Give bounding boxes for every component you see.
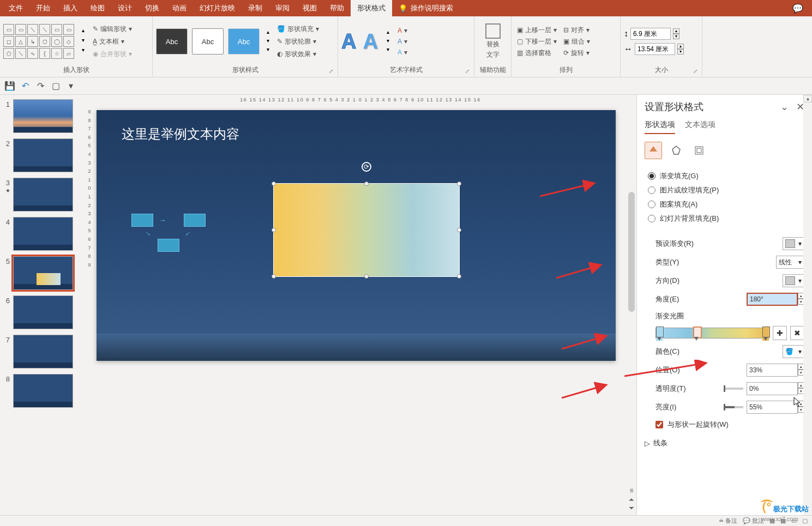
pane-options-icon[interactable]: ⌄: [780, 101, 789, 113]
transparency-slider[interactable]: [724, 388, 743, 390]
height-down[interactable]: ▾: [673, 34, 679, 39]
tab-home[interactable]: 开始: [29, 0, 57, 16]
qat-customize[interactable]: ▾: [65, 81, 76, 92]
brightness-slider[interactable]: [724, 406, 743, 408]
size-launcher-icon[interactable]: ⤢: [693, 68, 700, 75]
alt-text-button[interactable]: 替换 文字: [482, 23, 504, 59]
text-box-button[interactable]: A̲文本框 ▾: [89, 36, 135, 47]
wordart-gallery[interactable]: A A ▴▾▾: [341, 29, 392, 54]
undo-button[interactable]: ↶: [20, 81, 31, 92]
group-button[interactable]: ▣组合 ▾: [561, 37, 592, 47]
shape-effects-button[interactable]: ◐形状效果 ▾: [274, 49, 322, 60]
shape-outline-button[interactable]: ✎形状轮廓 ▾: [274, 36, 322, 47]
thumb-num-8: 8: [2, 374, 10, 408]
redo-button[interactable]: ↷: [35, 81, 46, 92]
shape-fill-button[interactable]: 🪣形状填充 ▾: [274, 23, 322, 35]
rotate-button[interactable]: ⟳旋转 ▾: [561, 48, 592, 58]
size-props-tab-icon[interactable]: [690, 142, 708, 159]
angle-label: 角度(E): [655, 294, 679, 304]
preset-gradients-dropdown[interactable]: ▾: [783, 237, 804, 250]
text-fill-button[interactable]: A ▾: [394, 26, 411, 35]
tab-slideshow[interactable]: 幻灯片放映: [193, 0, 242, 16]
wordart-launcher-icon[interactable]: ⤢: [465, 68, 472, 75]
rotate-with-shape-checkbox[interactable]: 与形状一起旋转(W): [645, 416, 804, 433]
shape-options-tab[interactable]: 形状选项: [645, 120, 675, 134]
thumb-4[interactable]: [13, 217, 73, 251]
rotation-handle[interactable]: ⟳: [362, 162, 371, 172]
thumb-3[interactable]: [13, 178, 73, 211]
gallery-more-icon[interactable]: ▾: [79, 47, 87, 56]
comments-button[interactable]: 💬 批注: [743, 517, 764, 525]
text-effects-button[interactable]: A ▾: [394, 47, 411, 57]
stop-color-dropdown[interactable]: 🪣▾: [783, 345, 804, 358]
gradient-fill-radio[interactable]: 渐变填充(G): [648, 169, 804, 183]
tab-record[interactable]: 录制: [242, 0, 269, 16]
width-up[interactable]: ▴: [677, 44, 684, 49]
tab-animations[interactable]: 动画: [166, 0, 193, 16]
selected-shape[interactable]: ⟳: [273, 183, 460, 277]
save-button[interactable]: 💾: [4, 81, 15, 92]
remove-gradient-stop-button[interactable]: ✖: [790, 326, 804, 340]
tab-help[interactable]: 帮助: [323, 0, 351, 16]
tab-insert[interactable]: 插入: [57, 0, 84, 16]
gradient-direction-dropdown[interactable]: ▾: [783, 274, 804, 287]
tell-me-label: 操作说明搜索: [411, 3, 453, 13]
gallery-up-icon[interactable]: ▴: [79, 27, 87, 36]
thumb-7[interactable]: [13, 335, 73, 368]
slide-bg-fill-radio[interactable]: 幻灯片背景填充(B): [648, 211, 804, 226]
shape-width-input[interactable]: [635, 43, 675, 55]
edit-shape-button[interactable]: ✎编辑形状 ▾: [89, 23, 135, 35]
tab-draw[interactable]: 绘图: [84, 0, 111, 16]
thumb-8[interactable]: [13, 374, 73, 408]
pattern-fill-radio[interactable]: 图案填充(A): [648, 197, 804, 211]
vertical-ruler: 9876543210123456789: [85, 105, 94, 515]
thumb-num-4: 4: [2, 217, 10, 251]
stop-position-input[interactable]: 33%: [747, 364, 798, 377]
send-backward-button[interactable]: ▢下移一层 ▾: [515, 37, 559, 47]
thumb-6[interactable]: [13, 295, 73, 329]
slide-thumbnails-panel: 1 2 3★ 4 5 6 7 8: [0, 95, 85, 515]
align-button[interactable]: ⊟对齐 ▾: [561, 25, 592, 35]
bring-forward-button[interactable]: ▣上移一层 ▾: [515, 25, 559, 35]
picture-fill-radio[interactable]: 图片或纹理填充(P): [648, 183, 804, 197]
width-down[interactable]: ▾: [677, 49, 684, 55]
notes-button[interactable]: ≐ 备注: [719, 517, 737, 525]
selection-pane-button[interactable]: ▥选择窗格: [515, 48, 559, 58]
tab-file[interactable]: 文件: [2, 0, 29, 16]
tab-view[interactable]: 视图: [296, 0, 323, 16]
gradient-stops-bar[interactable]: [655, 328, 769, 338]
shape-styles-gallery[interactable]: Abc Abc Abc ▴▾▾: [156, 28, 272, 55]
merge-shapes-button[interactable]: ◉合并形状 ▾: [89, 49, 135, 60]
thumb-2[interactable]: [13, 138, 73, 172]
shape-styles-launcher-icon[interactable]: ⤢: [329, 68, 335, 75]
vertical-scrollbar[interactable]: ≡⏶⏷: [627, 105, 636, 515]
tab-transitions[interactable]: 切换: [139, 0, 166, 16]
tab-shape-format[interactable]: 形状格式: [351, 0, 392, 16]
tab-design[interactable]: 设计: [111, 0, 139, 16]
tab-review[interactable]: 审阅: [269, 0, 296, 16]
slide-title-text: 这里是举例文本内容: [122, 125, 239, 143]
angle-input[interactable]: 180°: [747, 293, 798, 306]
line-section-toggle[interactable]: ▷线条: [645, 433, 804, 454]
gallery-down-icon[interactable]: ▾: [79, 37, 87, 46]
thumb-1[interactable]: [13, 99, 73, 133]
brightness-input[interactable]: 55%: [747, 401, 798, 414]
height-up[interactable]: ▴: [673, 28, 679, 34]
gradient-type-dropdown[interactable]: 线性▾: [776, 256, 804, 269]
svg-rect-1: [695, 147, 703, 154]
shapes-gallery[interactable]: ▭▭＼＼▭▭ ◻△↳⬡◯◇ ⬠＼∿{☆▱: [3, 24, 74, 59]
lightbulb-icon: 💡: [399, 4, 407, 13]
transparency-input[interactable]: 0%: [747, 382, 798, 395]
text-options-tab[interactable]: 文本选项: [685, 120, 715, 134]
text-outline-button[interactable]: A ▾: [394, 37, 411, 46]
add-gradient-stop-button[interactable]: ✚: [773, 326, 787, 340]
fill-line-tab-icon[interactable]: [645, 142, 662, 159]
shape-height-input[interactable]: [630, 28, 671, 40]
tell-me-search[interactable]: 💡 操作说明搜索: [392, 3, 460, 13]
slideshow-start-button[interactable]: ▢: [50, 81, 61, 92]
thumb-5[interactable]: [13, 256, 73, 290]
effects-tab-icon[interactable]: [667, 142, 685, 159]
slide-canvas[interactable]: 这里是举例文本内容 → → ← ⟳: [97, 110, 616, 361]
preset-gradients-label: 预设渐变(R): [655, 239, 694, 249]
comments-icon[interactable]: 💬: [786, 3, 810, 14]
